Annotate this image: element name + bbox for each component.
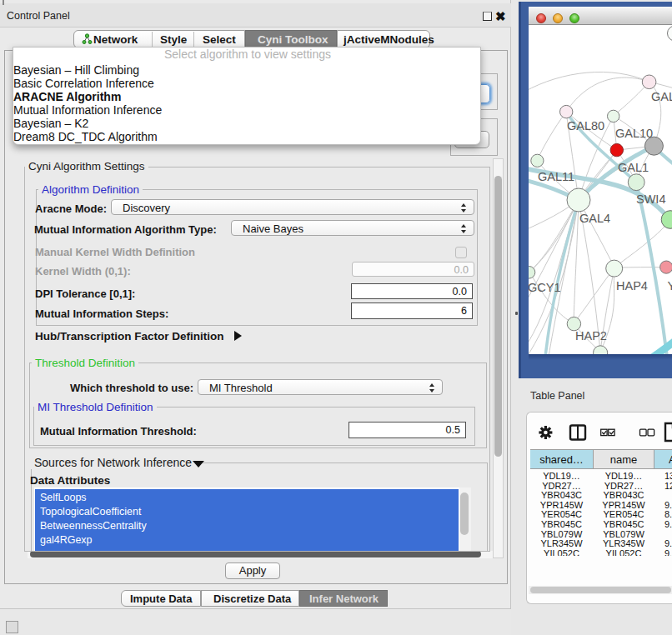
svg-text:HAP4: HAP4 <box>616 279 648 292</box>
svg-text:SWI4: SWI4 <box>636 192 665 206</box>
svg-text:HAP2: HAP2 <box>575 329 607 342</box>
svg-text:GAL80: GAL80 <box>567 119 604 132</box>
svg-text:GAL10: GAL10 <box>615 127 653 140</box>
svg-text:GAL11: GAL11 <box>538 170 574 183</box>
svg-text:GCY1: GCY1 <box>529 281 561 294</box>
svg-text:GAL2: GAL2 <box>651 90 672 103</box>
svg-text:GAL4: GAL4 <box>579 212 610 225</box>
svg-text:YJ: YJ <box>668 279 672 292</box>
svg-text:GAL1: GAL1 <box>618 161 649 174</box>
